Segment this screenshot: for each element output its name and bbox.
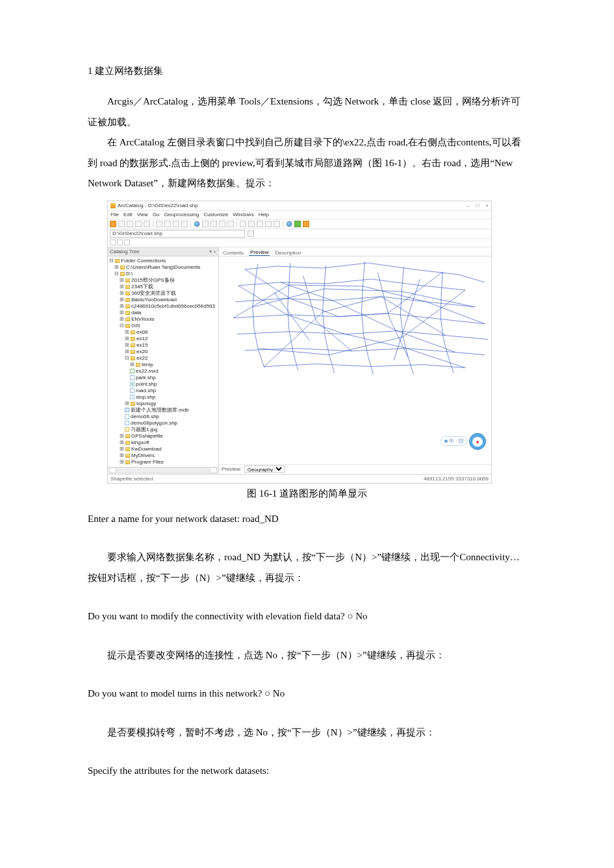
window-titlebar: ArcCatalog - D:\GIS\ex22\road.shp – □ × [108,201,491,211]
scroll-left-icon[interactable] [109,467,116,473]
toolbar-icon[interactable] [211,221,217,227]
tree-item[interactable]: data [131,310,142,316]
preview-canvas[interactable]: 牛 · 陪 [219,256,491,464]
tree-item[interactable]: ENVItools [131,316,155,323]
close-icon[interactable]: × [485,203,489,208]
tree-item[interactable]: 新建个人地理数据库.mdb [131,407,189,414]
tree-item[interactable]: topology [136,401,156,407]
pin-icon[interactable]: ▾ × [209,249,216,254]
preview-type-select[interactable]: Geography [244,465,285,473]
content-tabs[interactable]: Contents Preview Description [219,247,491,256]
menu-bar[interactable]: File Edit View Go Geoprocessing Customiz… [108,211,491,219]
tree-item[interactable]: Program Files [131,459,164,465]
scroll-track[interactable] [118,467,209,473]
tree-item[interactable]: 2345下载 [131,284,153,290]
paragraph-5: 是否要模拟转弯，暂时不考虑，选 No，按“下一步（N）>”键继续，再提示： [88,723,526,743]
tree-item[interactable]: KwDownload [131,446,162,453]
tree-item[interactable]: kingsoft [131,440,149,446]
tree-item[interactable]: MyDrivers [131,453,155,459]
tree-item[interactable]: BaiduYunDownload [131,297,177,303]
tree-item[interactable]: park.shp [136,375,156,381]
folder-icon [131,330,135,334]
folder-icon [125,279,130,282]
menu-view[interactable]: View [137,212,148,217]
scroll-right-icon[interactable] [210,467,217,473]
toolbar-icon[interactable] [156,221,162,227]
tree-item[interactable]: ex15 [136,342,147,349]
toolbar-icon[interactable] [118,221,125,227]
address-input[interactable]: D:\GIS\ex22\road.shp [110,230,245,238]
toolbar-icon[interactable] [110,221,116,227]
prompt-4: Specify the attributes for the network d… [88,761,526,782]
toolbar-icon[interactable] [202,221,209,227]
tree-item[interactable]: demo08.shp [131,414,159,420]
document-page: 1 建立网络数据集 Arcgis／ArcCatalog，选用菜单 Tools／E… [0,0,614,821]
menu-edit[interactable]: Edit [123,212,133,217]
menu-help[interactable]: Help [259,212,269,217]
menu-geoprocessing[interactable]: Geoprocessing [164,212,199,217]
menu-go[interactable]: Go [153,212,160,217]
toolbar-icon[interactable] [294,221,301,227]
toolbar-icon[interactable] [181,221,188,227]
tree-item[interactable]: C:\Users\Ruan Tang\Documents [126,264,201,271]
toolbar-icon[interactable] [173,221,179,227]
tree-item[interactable]: ex20 [136,349,147,355]
tree-item[interactable]: demo08polygon.shp [131,420,177,427]
menu-customize[interactable]: Customize [203,212,228,217]
tree-item[interactable]: temp [142,362,153,368]
menu-windows[interactable]: Windows [233,212,253,217]
tree-item[interactable]: GPSshapefile [131,433,163,440]
tree-scrollbar[interactable] [108,467,218,474]
toolbar-icon[interactable] [124,240,130,245]
minimize-icon[interactable]: – [467,203,469,208]
tree-item[interactable]: ex08 [136,329,147,336]
toolbar-icon[interactable] [227,221,234,227]
secondary-toolbar[interactable] [108,239,491,247]
toolbar-separator [283,221,283,227]
tree-item[interactable]: GIS [131,323,140,329]
toolbar-icon[interactable] [164,221,171,227]
toolbar-icon[interactable] [265,221,272,227]
paragraph-4: 提示是否要改变网络的连接性，点选 No，按“下一步（N）>”键继续，再提示： [88,645,526,666]
globe-icon[interactable] [194,221,200,227]
tree-item[interactable]: c2486910c5cbf1dbd696cec056d593 [131,303,215,310]
tree-item[interactable]: point.shp [136,381,157,388]
tree-item[interactable]: ex12 [136,336,147,342]
tab-description[interactable]: Description [274,250,302,256]
maximize-icon[interactable]: □ [476,203,479,208]
menu-file[interactable]: File [110,212,119,217]
toolbar-icon[interactable] [257,221,263,227]
tree-item[interactable]: D:\ [126,271,133,277]
tree-item[interactable]: ex22 [136,355,147,362]
road-network-preview [219,256,491,383]
toolbar-icon[interactable] [135,221,142,227]
toolbar-separator [153,221,153,227]
image-icon [125,427,129,432]
toolbar-icon[interactable] [110,240,116,245]
toolbar-icon[interactable] [144,221,150,227]
folder-icon [125,298,130,302]
catalog-tree[interactable]: ⊟Folder Connections ⊞C:\Users\Ruan Tang\… [108,256,218,467]
tree-item[interactable]: road.shp [136,388,156,394]
globe-icon[interactable] [286,221,292,227]
tree-item[interactable]: ex22.mxd [136,368,159,375]
tab-contents[interactable]: Contents [222,250,245,256]
toolbar-icon[interactable] [240,221,246,227]
status-text: Shapefile selected [110,476,153,482]
toolbar-icon[interactable] [117,240,123,245]
toolbar-icon[interactable] [274,221,280,227]
toolbar-icon[interactable] [303,221,309,227]
go-icon[interactable] [248,230,254,237]
toolbar-icon[interactable] [248,221,255,227]
tree-item[interactable]: Folder Connections [121,258,166,264]
tree-item[interactable]: 习题图1.jpg [131,427,157,433]
main-toolbar[interactable] [108,219,491,229]
folder-icon [120,272,125,276]
toolbar-icon[interactable] [219,221,225,227]
tab-preview[interactable]: Preview [249,249,270,256]
folder-icon [131,337,135,341]
tree-item[interactable]: 2015部分GPS备份 [131,277,175,284]
tree-item[interactable]: stop.shp [136,394,155,401]
tree-item[interactable]: 360安全浏览器下载 [131,290,176,297]
toolbar-icon[interactable] [127,221,133,227]
